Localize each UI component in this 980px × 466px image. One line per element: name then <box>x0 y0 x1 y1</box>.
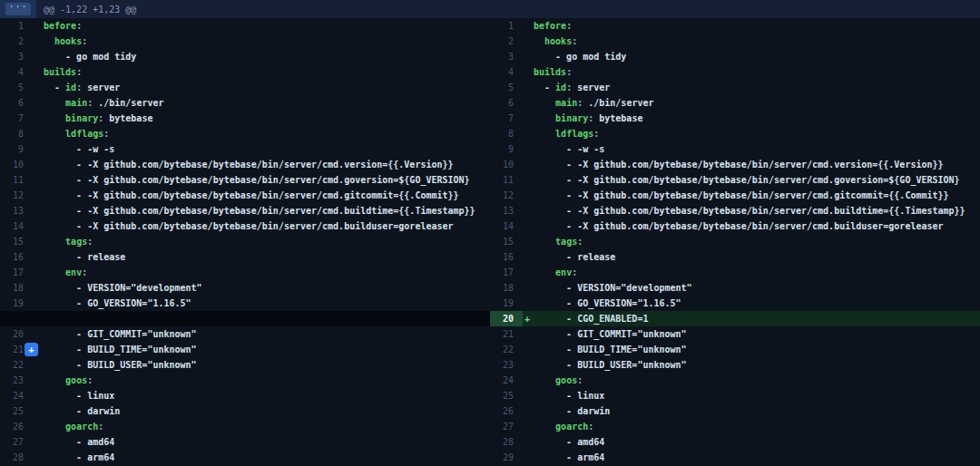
line-number[interactable]: 14 <box>490 218 523 234</box>
add-comment-button[interactable]: + <box>24 343 38 356</box>
diff-row: 10 - -X github.com/bytebase/bytebase/bin… <box>490 157 980 172</box>
line-number[interactable]: 20 <box>490 311 523 326</box>
code-line: - go mod tidy <box>44 49 136 64</box>
code-line: - -X github.com/bytebase/bytebase/bin/se… <box>534 218 944 234</box>
code-line: - -X github.com/bytebase/bytebase/bin/se… <box>534 188 949 203</box>
line-number[interactable]: 6 <box>0 95 33 111</box>
line-number[interactable]: 15 <box>490 234 523 249</box>
line-number[interactable]: 9 <box>490 141 523 157</box>
diff-row: 22 - BUILD_USER="unknown" <box>0 357 490 373</box>
line-number[interactable]: 24 <box>490 373 523 388</box>
line-number[interactable]: 19 <box>490 296 523 311</box>
line-number[interactable]: 4 <box>0 64 33 80</box>
diff-row: 16 - release <box>0 249 490 265</box>
diff-row: 19 - GO_VERSION="1.16.5" <box>0 296 490 311</box>
line-number[interactable]: 4 <box>490 64 523 80</box>
line-number[interactable]: 27 <box>0 434 33 450</box>
line-number[interactable]: 23 <box>0 373 33 388</box>
line-number[interactable]: 26 <box>0 419 33 434</box>
line-number[interactable]: 16 <box>490 249 523 265</box>
code-line: binary: bytebase <box>44 111 152 126</box>
line-number[interactable]: 21 <box>490 326 523 342</box>
diff-row: 21+ - BUILD_TIME="unknown" <box>0 342 490 357</box>
line-number[interactable]: 17 <box>490 265 523 280</box>
diff-row: 14 - -X github.com/bytebase/bytebase/bin… <box>490 218 980 234</box>
line-number[interactable]: 27 <box>490 419 523 434</box>
diff-row: 26 - darwin <box>490 403 980 419</box>
diff-row: 21 - GIT_COMMIT="unknown" <box>490 326 980 342</box>
line-number[interactable]: 28 <box>0 450 33 465</box>
code-line: - -X github.com/bytebase/bytebase/bin/se… <box>534 157 944 172</box>
line-number[interactable]: 29 <box>490 450 523 465</box>
code-line: - -X github.com/bytebase/bytebase/bin/se… <box>44 172 470 188</box>
line-number[interactable]: 20 <box>0 326 33 342</box>
diff-row: 19 - GO_VERSION="1.16.5" <box>490 296 980 311</box>
line-number[interactable]: 19 <box>0 296 33 311</box>
line-number[interactable]: 7 <box>490 111 523 126</box>
line-number[interactable]: 23 <box>490 357 523 373</box>
diff-row: 28 - amd64 <box>490 434 980 450</box>
line-number[interactable]: 2 <box>0 34 33 49</box>
expand-hunk-button[interactable]: ··· <box>5 3 31 15</box>
line-number[interactable]: 1 <box>0 18 33 34</box>
hunk-header: ··· @@ -1,22 +1,23 @@ <box>0 0 980 18</box>
line-number[interactable]: 14 <box>0 218 33 234</box>
code-line: - release <box>534 249 615 265</box>
diff-row: 17 env: <box>490 265 980 280</box>
line-number[interactable]: 1 <box>490 18 523 34</box>
line-number[interactable]: 12 <box>490 188 523 203</box>
line-number[interactable]: 25 <box>0 403 33 419</box>
diff-row: 24 goos: <box>490 373 980 388</box>
line-number[interactable]: 22 <box>490 342 523 357</box>
line-number[interactable]: 6 <box>490 95 523 111</box>
line-number[interactable]: 10 <box>490 157 523 172</box>
code-line: - GIT_COMMIT="unknown" <box>44 326 197 342</box>
code-line: - amd64 <box>534 434 604 450</box>
line-number[interactable]: 25 <box>490 388 523 403</box>
code-line: builds: <box>44 64 82 80</box>
line-number[interactable]: 9 <box>0 141 33 157</box>
code-line: env: <box>44 265 87 280</box>
line-number[interactable]: 18 <box>0 280 33 296</box>
code-line: hooks: <box>534 34 577 49</box>
code-line: - GIT_COMMIT="unknown" <box>534 326 687 342</box>
diff-row-added: 20+ - CGO_ENABLED=1 <box>490 311 980 326</box>
line-number[interactable]: 8 <box>0 126 33 141</box>
line-number[interactable]: 2 <box>490 34 523 49</box>
line-number[interactable]: 3 <box>490 49 523 64</box>
added-marker-icon: + <box>524 311 534 326</box>
line-number[interactable]: 3 <box>0 49 33 64</box>
line-number[interactable]: 16 <box>0 249 33 265</box>
line-number[interactable]: 5 <box>0 80 33 95</box>
line-number[interactable]: 11 <box>490 172 523 188</box>
code-line: - -w -s <box>44 141 114 157</box>
code-line: - go mod tidy <box>534 49 626 64</box>
diff-row: 1before: <box>0 18 490 34</box>
diff-row: 2 hooks: <box>0 34 490 49</box>
line-number[interactable]: 18 <box>490 280 523 296</box>
diff-row: 20 - GIT_COMMIT="unknown" <box>0 326 490 342</box>
diff-row: 4builds: <box>490 64 980 80</box>
line-number[interactable]: 26 <box>490 403 523 419</box>
diff-pane-old: 1before:2 hooks:3 - go mod tidy4builds:5… <box>0 18 490 465</box>
line-number[interactable]: 5 <box>490 80 523 95</box>
code-line: - -X github.com/bytebase/bytebase/bin/se… <box>44 188 459 203</box>
line-number[interactable]: 8 <box>490 126 523 141</box>
line-number[interactable]: 7 <box>0 111 33 126</box>
line-number[interactable]: 24 <box>0 388 33 403</box>
code-line: main: ./bin/server <box>534 95 654 111</box>
line-number[interactable]: 13 <box>490 203 523 218</box>
code-line: - amd64 <box>44 434 114 450</box>
line-number[interactable]: 15 <box>0 234 33 249</box>
line-number[interactable]: 28 <box>490 434 523 450</box>
line-number[interactable]: 11 <box>0 172 33 188</box>
diff-row: 24 - linux <box>0 388 490 403</box>
diff-row: 26 goarch: <box>0 419 490 434</box>
line-number[interactable]: 13 <box>0 203 33 218</box>
line-number[interactable]: 17 <box>0 265 33 280</box>
line-number[interactable]: 22 <box>0 357 33 373</box>
line-number[interactable]: 10 <box>0 157 33 172</box>
line-number[interactable]: 12 <box>0 188 33 203</box>
diff-row: 7 binary: bytebase <box>0 111 490 126</box>
diff-row: 12 - -X github.com/bytebase/bytebase/bin… <box>0 188 490 203</box>
